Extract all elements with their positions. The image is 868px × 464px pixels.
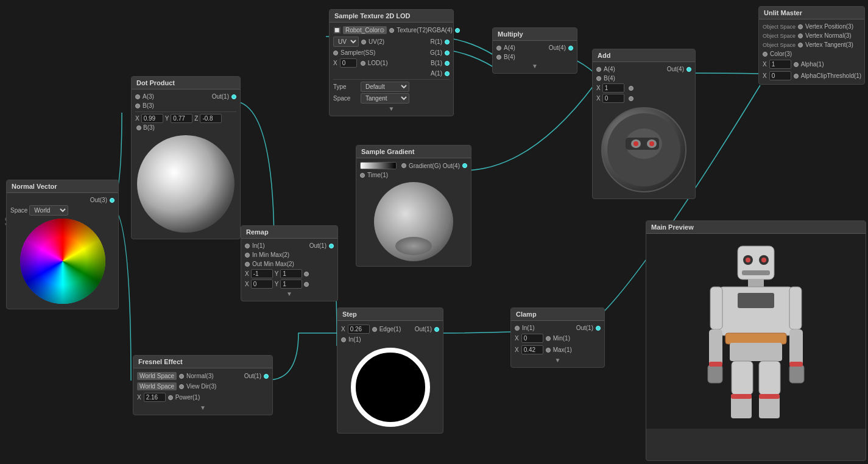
add-out-dot[interactable] <box>686 67 691 72</box>
svg-rect-16 <box>725 333 786 344</box>
clamp-min-input[interactable] <box>521 334 543 343</box>
remap-out-dot[interactable] <box>329 244 334 248</box>
fresnel-collapse[interactable]: ▼ <box>137 403 269 412</box>
dot-product-node: Dot Product A(3) Out(1) B(3) X Y Z <box>131 76 241 239</box>
remap-inminmax-dot[interactable] <box>245 253 250 258</box>
port-dot-b2[interactable] <box>136 125 141 130</box>
space-dropdown-tex[interactable]: Tangent World Object <box>361 93 409 104</box>
multiply-collapse[interactable]: ▼ <box>496 62 573 71</box>
unlit-vertpos-dot[interactable] <box>798 24 803 29</box>
remap-xy1-dot[interactable] <box>304 272 309 276</box>
remap-row1: X Y <box>245 269 334 279</box>
fresnel-normal-row: World Space Normal(3) Out(1) <box>137 371 269 381</box>
svg-rect-28 <box>731 394 752 399</box>
remap-x1[interactable] <box>251 269 273 278</box>
unlit-alphaclip-dot[interactable] <box>794 74 799 79</box>
remap-row2: X Y <box>245 279 334 289</box>
svg-point-11 <box>761 258 766 262</box>
remap-y2[interactable] <box>280 279 302 289</box>
unlit-verttang-dot[interactable] <box>798 43 803 47</box>
remap-node: Remap In(1) Out(1) In Min Max(2) Out Min… <box>241 225 338 301</box>
svg-rect-21 <box>709 362 722 367</box>
rgba-out-dot[interactable] <box>455 28 460 33</box>
gradient-preview <box>374 182 453 261</box>
clamp-in-dot[interactable] <box>515 326 520 331</box>
step-preview <box>351 348 430 427</box>
gradient-out-dot[interactable] <box>462 163 467 168</box>
type-dropdown[interactable]: Default <box>361 82 409 92</box>
sampler-in-dot[interactable] <box>333 51 338 55</box>
b-out-dot[interactable] <box>445 61 450 66</box>
r-out-dot[interactable] <box>445 40 450 44</box>
lod-dot[interactable] <box>361 61 365 66</box>
unlit-alpha-dot[interactable] <box>794 62 799 67</box>
port-dot-a[interactable] <box>135 94 140 99</box>
space-dropdown[interactable]: World Object Tangent <box>29 205 68 216</box>
g-out-dot[interactable] <box>445 51 450 55</box>
gradient-in-dot[interactable] <box>401 163 406 168</box>
fresnel-power-dot[interactable] <box>168 395 173 400</box>
unlit-alpha-x[interactable] <box>769 60 791 69</box>
clamp-max-row: X Max(1) <box>515 344 601 356</box>
main-preview-header: Main Preview <box>646 221 866 234</box>
step-x[interactable] <box>348 325 370 334</box>
unlit-alphaclip-x[interactable] <box>769 71 791 80</box>
port-dot-out1[interactable] <box>231 94 236 99</box>
remap-y1[interactable] <box>280 269 302 278</box>
fresnel-power-input[interactable] <box>144 393 166 402</box>
svg-rect-17 <box>730 343 782 361</box>
remap-header: Remap <box>241 226 337 239</box>
remap-collapse[interactable]: ▼ <box>245 289 334 298</box>
add-a-row: A(4) Out(4) <box>596 65 691 74</box>
step-edge-dot[interactable] <box>372 327 377 332</box>
a-out-dot[interactable] <box>445 71 450 76</box>
unlit-vertnorm-dot[interactable] <box>798 33 803 38</box>
add-preview-sphere <box>601 107 686 192</box>
multiply-out-dot[interactable] <box>568 46 573 51</box>
uv-dropdown[interactable]: UV0UV1 <box>333 37 359 47</box>
texture-in-dot[interactable] <box>389 28 394 33</box>
multiply-b-dot[interactable] <box>496 55 501 60</box>
fresnel-viewdir-dot[interactable] <box>179 384 184 389</box>
unlit-color-dot[interactable] <box>763 52 767 57</box>
clamp-max-input[interactable] <box>521 345 543 354</box>
step-node: Step X Edge(1) Out(1) In(1) <box>337 308 443 434</box>
input-x[interactable] <box>141 114 163 123</box>
robot-color-label: Robot_Color⊙ <box>343 26 387 34</box>
time-port-row: Time(1) <box>360 170 467 180</box>
add-x1-dot[interactable] <box>629 86 633 91</box>
input-z[interactable] <box>200 114 222 123</box>
input-y[interactable] <box>171 114 192 123</box>
port-dot-b[interactable] <box>135 104 140 108</box>
time-in-dot[interactable] <box>360 173 365 178</box>
svg-rect-25 <box>789 362 803 367</box>
fresnel-out-dot[interactable] <box>264 374 269 379</box>
clamp-out-dot[interactable] <box>596 326 601 331</box>
remap-xy2-dot[interactable] <box>304 282 309 287</box>
remap-in-dot[interactable] <box>245 244 250 248</box>
step-out-dot[interactable] <box>434 327 439 332</box>
lod-x-input[interactable] <box>340 58 357 68</box>
collapse-btn-tex[interactable]: ▼ <box>333 104 450 113</box>
add-x2-input[interactable] <box>602 94 624 103</box>
add-a-dot[interactable] <box>596 67 601 72</box>
remap-x2[interactable] <box>251 279 273 289</box>
add-b-dot[interactable] <box>596 76 601 81</box>
add-x2-dot[interactable] <box>629 96 633 101</box>
clamp-collapse[interactable]: ▼ <box>515 356 601 365</box>
unlit-vertnorm-row: Object Space Vertex Normal(3) <box>763 31 861 40</box>
multiply-a-dot[interactable] <box>496 46 501 51</box>
uv-in-dot[interactable] <box>361 40 366 44</box>
normal-vector-out-dot[interactable] <box>110 198 115 203</box>
remap-outminmax-dot[interactable] <box>245 262 250 267</box>
normal-vector-space: Space World Object Tangent <box>10 205 115 216</box>
svg-rect-31 <box>759 394 780 399</box>
lod-port-row: X LOD(1) B(1) <box>333 57 450 69</box>
fresnel-normal-dot[interactable] <box>179 374 184 379</box>
robot-sphere-svg <box>604 110 683 189</box>
add-x1-input[interactable] <box>602 83 624 93</box>
clamp-min-dot[interactable] <box>546 336 551 341</box>
step-in-dot[interactable] <box>341 337 346 342</box>
clamp-max-dot[interactable] <box>546 348 551 353</box>
normal-vector-out-row: Out(3) <box>10 195 115 205</box>
